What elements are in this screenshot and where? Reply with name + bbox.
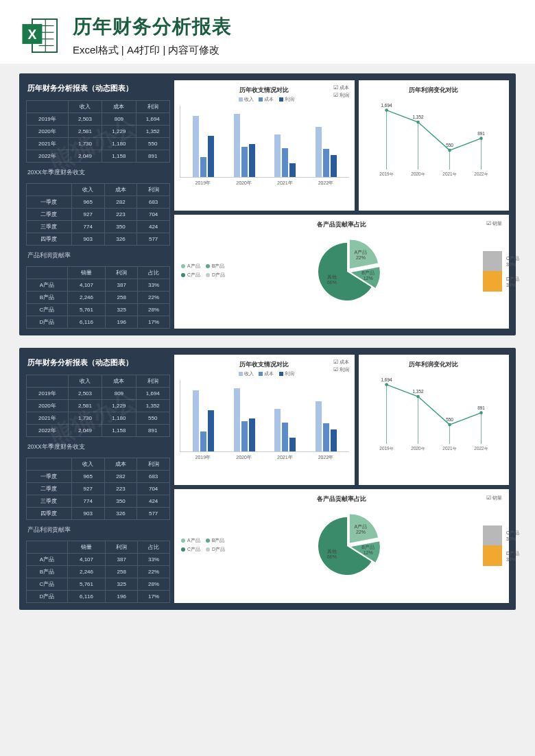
- data-tables-column: 历年财务分析报表（动态图表） 收入成本利润 2019年2,5038091,694…: [26, 80, 170, 329]
- svg-text:其他: 其他: [327, 549, 337, 554]
- bar-plot-area: [180, 106, 349, 178]
- bar-plot-area: [180, 380, 349, 452]
- chart-filter-checks: 成本 利润: [333, 84, 349, 99]
- dashboard-preview: 熊猫办公 熊猫办公 历年财务分析报表（动态图表） 收入成本利润 2019年2,5…: [19, 348, 516, 610]
- svg-text:1,352: 1,352: [412, 115, 424, 119]
- svg-text:1,694: 1,694: [381, 103, 392, 108]
- svg-point-19: [479, 137, 483, 140]
- bar-legend: 收入 成本 利润: [180, 96, 349, 103]
- chart-title: 各产品贡献率占比: [317, 495, 366, 504]
- pie-chart: 各产品贡献率占比 销量 A产品 B产品 C产品 D产品 A产品22%B产品12%…: [174, 489, 509, 604]
- chart-title: 历年收支情况对比: [180, 360, 349, 369]
- svg-text:2022年: 2022年: [474, 172, 488, 176]
- chart-filter-checks: 销量: [486, 220, 502, 227]
- svg-point-35: [385, 383, 388, 386]
- bar-legend: 收入 成本 利润: [180, 370, 349, 377]
- svg-text:891: 891: [477, 131, 485, 136]
- bar-chart: 历年收支情况对比 成本 利润 收入 成本 利润 2019年2020年2021年2…: [174, 355, 355, 485]
- chart-filter-checks: 销量: [486, 495, 502, 501]
- bar-x-labels: 2019年2020年2021年2022年: [180, 180, 349, 187]
- pie-plot-area: A产品22%B产品12%其他66%: [232, 231, 469, 313]
- data-tables-column: 历年财务分析报表（动态图表） 收入成本利润 2019年2,5038091,694…: [26, 355, 170, 603]
- svg-text:1,694: 1,694: [381, 377, 392, 382]
- dashboard-container: 熊猫办公 熊猫办公 历年财务分析报表（动态图表） 收入成本利润 2019年2,5…: [0, 64, 535, 619]
- chart-title: 各产品贡献率占比: [317, 220, 366, 229]
- section-label: 20XX年季度财务收支: [26, 441, 170, 453]
- svg-text:B产品: B产品: [361, 545, 374, 550]
- svg-text:22%: 22%: [356, 255, 366, 260]
- line-plot-area: 1,6941,3525508912019年2020年2021年2022年: [364, 375, 503, 453]
- svg-text:12%: 12%: [364, 550, 373, 555]
- chart-title: 历年利润变化对比: [364, 360, 503, 369]
- dashboard-title: 历年财务分析报表（动态图表）: [26, 80, 170, 96]
- svg-text:2021年: 2021年: [442, 446, 456, 451]
- svg-text:A产品: A产品: [355, 524, 368, 529]
- chart-title: 历年收支情况对比: [180, 86, 349, 95]
- excel-icon: X: [21, 16, 60, 56]
- svg-text:66%: 66%: [327, 554, 337, 559]
- yearly-table: 收入成本利润 2019年2,5038091,694 2020年2,5811,22…: [26, 100, 170, 163]
- quarterly-table: 收入成本利润 一季度965282683 二季度927223704 三季度7743…: [26, 183, 170, 246]
- chart-filter-checks: 成本 利润: [333, 359, 349, 374]
- page-title: 历年财务分析报表: [73, 14, 514, 40]
- svg-text:550: 550: [446, 143, 453, 147]
- svg-text:B产品: B产品: [361, 270, 374, 275]
- pie-breakout-bars: C产品32%D产品34%: [483, 525, 502, 566]
- product-table: 销量利润占比 A产品4,10738733% B产品2,24625822% C产品…: [26, 266, 170, 329]
- svg-text:22%: 22%: [356, 530, 366, 534]
- svg-text:2020年: 2020年: [411, 446, 425, 451]
- svg-point-37: [416, 395, 420, 399]
- svg-text:12%: 12%: [364, 276, 373, 281]
- line-chart: 历年利润变化对比 1,6941,3525508912019年2020年2021年…: [359, 355, 509, 485]
- svg-text:2019年: 2019年: [379, 446, 393, 451]
- svg-text:550: 550: [446, 417, 453, 422]
- yearly-table: 收入成本利润 2019年2,5038091,694 2020年2,5811,22…: [26, 375, 170, 437]
- bar-chart: 历年收支情况对比 成本 利润 收入 成本 利润 2019年2020年2021年2…: [174, 80, 355, 211]
- section-label: 20XX年季度财务收支: [26, 167, 170, 179]
- line-chart: 历年利润变化对比 1,6941,3525508912019年2020年2021年…: [359, 80, 509, 211]
- svg-point-15: [416, 121, 420, 124]
- chart-title: 历年利润变化对比: [364, 86, 503, 95]
- svg-text:1,352: 1,352: [412, 389, 424, 394]
- page-header: X 历年财务分析报表 Excel格式 | A4打印 | 内容可修改: [0, 0, 535, 64]
- dashboard-preview: 熊猫办公 熊猫办公 历年财务分析报表（动态图表） 收入成本利润 2019年2,5…: [19, 73, 516, 335]
- svg-text:2019年: 2019年: [379, 172, 393, 176]
- pie-legend: A产品 B产品 C产品 D产品: [181, 263, 225, 281]
- pie-chart: 各产品贡献率占比 销量 A产品 B产品 C产品 D产品 A产品22%B产品12%…: [174, 215, 509, 329]
- svg-point-41: [479, 411, 483, 414]
- svg-text:2020年: 2020年: [411, 172, 425, 176]
- product-table: 销量利润占比 A产品4,10738733% B产品2,24625822% C产品…: [26, 541, 170, 603]
- pie-plot-area: A产品22%B产品12%其他66%: [232, 505, 469, 587]
- line-plot-area: 1,6941,3525508912019年2020年2021年2022年: [364, 100, 503, 179]
- svg-text:2022年: 2022年: [474, 446, 488, 451]
- section-label: 产品利润贡献率: [26, 250, 170, 262]
- pie-legend: A产品 B产品 C产品 D产品: [181, 537, 225, 555]
- bar-x-labels: 2019年2020年2021年2022年: [180, 454, 349, 461]
- svg-text:2021年: 2021年: [442, 172, 456, 176]
- dashboard-title: 历年财务分析报表（动态图表）: [26, 355, 170, 370]
- quarterly-table: 收入成本利润 一季度965282683 二季度927223704 三季度7743…: [26, 458, 170, 520]
- svg-point-13: [385, 108, 388, 112]
- svg-point-17: [448, 149, 451, 152]
- svg-text:891: 891: [477, 405, 485, 410]
- svg-point-39: [448, 423, 451, 427]
- svg-text:X: X: [27, 27, 36, 41]
- page-subtitle: Excel格式 | A4打印 | 内容可修改: [73, 44, 514, 57]
- svg-text:其他: 其他: [327, 274, 337, 280]
- section-label: 产品利润贡献率: [26, 524, 170, 536]
- svg-text:A产品: A产品: [355, 250, 368, 255]
- svg-text:66%: 66%: [327, 280, 337, 285]
- pie-breakout-bars: C产品32%D产品34%: [483, 251, 502, 292]
